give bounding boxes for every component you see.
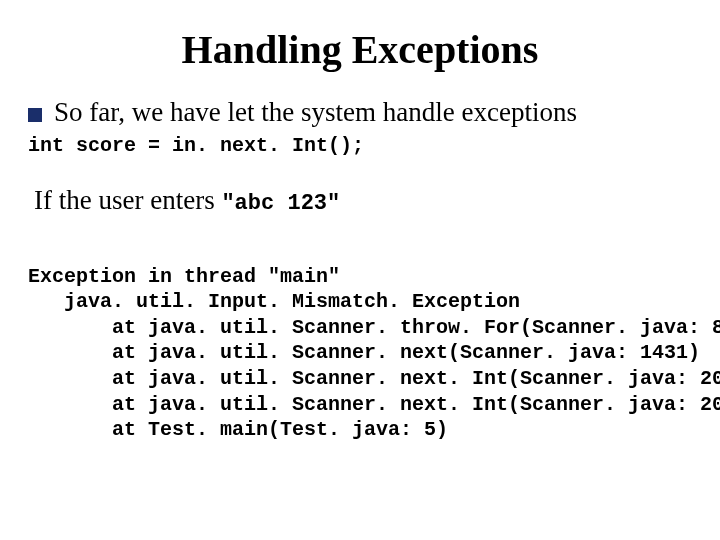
stack-line-3: at java. util. Scanner. next(Scanner. ja… [28, 341, 700, 364]
slide-title: Handling Exceptions [28, 26, 692, 73]
stack-line-4: at java. util. Scanner. next. Int(Scanne… [28, 367, 720, 390]
stack-line-2: at java. util. Scanner. throw. For(Scann… [28, 316, 720, 339]
prompt-input: "abc 123" [221, 191, 340, 216]
stack-line-0: Exception in thread "main" [28, 265, 340, 288]
prompt-line: If the user enters "abc 123" [34, 185, 692, 216]
stack-line-5: at java. util. Scanner. next. Int(Scanne… [28, 393, 720, 416]
prompt-prefix: If the user enters [34, 185, 221, 215]
bullet-text: So far, we have let the system handle ex… [54, 97, 577, 128]
stack-trace: Exception in thread "main" java. util. I… [28, 238, 692, 468]
bullet-item: So far, we have let the system handle ex… [28, 97, 692, 128]
code-line: int score = in. next. Int(); [28, 134, 692, 157]
slide: Handling Exceptions So far, we have let … [0, 0, 720, 540]
square-bullet-icon [28, 108, 42, 122]
stack-line-6: at Test. main(Test. java: 5) [28, 418, 448, 441]
stack-line-1: java. util. Input. Mismatch. Exception [28, 290, 520, 313]
